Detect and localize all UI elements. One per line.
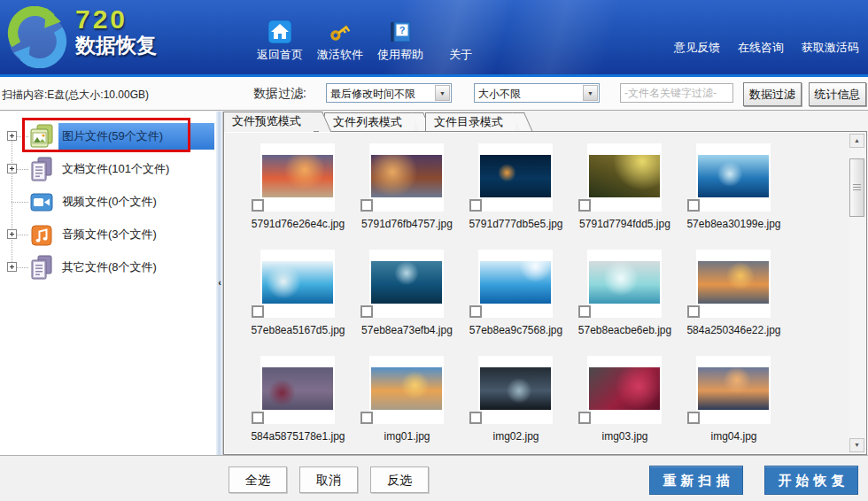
file-name: img04.jpg: [672, 430, 795, 443]
home-icon: [268, 20, 291, 43]
chevron-down-icon[interactable]: ▼: [583, 85, 598, 101]
link-feedback[interactable]: 意见反馈: [674, 40, 720, 56]
file-cell: 5791d7794fdd5.jpg: [570, 143, 679, 250]
file-checkbox[interactable]: [360, 199, 373, 212]
sidebar: 图片文件(59个文件) 文档文件(101个文件) 视频文件(0个文件) 音频文件…: [0, 112, 216, 455]
info-icon: [449, 20, 472, 43]
file-checkbox[interactable]: [578, 199, 591, 212]
file-cell: img04.jpg: [679, 356, 788, 462]
file-preview-panel: 5791d76e26e4c.jpg 5791d76fb4757.jpg 5791…: [223, 131, 867, 455]
file-thumbnail[interactable]: [260, 143, 335, 212]
thumbnail-image: [480, 367, 551, 410]
file-checkbox[interactable]: [578, 305, 591, 318]
size-filter-dropdown[interactable]: 大小不限 ▼: [474, 83, 600, 103]
file-name: 57eb8ea9c7568.jpg: [454, 324, 577, 336]
start-recovery-button[interactable]: 开始恢复: [764, 466, 858, 495]
file-name: img03.jpg: [563, 430, 686, 443]
file-thumbnail[interactable]: [696, 143, 771, 212]
file-checkbox[interactable]: [687, 412, 700, 424]
stats-info-button[interactable]: 统计信息: [809, 82, 866, 106]
scrollbar-thumb[interactable]: [849, 158, 864, 217]
data-filter-button[interactable]: 数据过滤: [743, 82, 802, 106]
file-checkbox[interactable]: [252, 305, 264, 318]
tab-preview[interactable]: 文件预览模式: [223, 112, 310, 131]
tree-expander-icon[interactable]: [7, 229, 17, 239]
link-online-support[interactable]: 在线咨询: [738, 40, 784, 56]
thumbnail-image: [371, 155, 442, 197]
thumbnail-image: [698, 261, 769, 304]
scroll-down-button[interactable]: ▼: [849, 438, 864, 452]
file-name: img02.jpg: [454, 430, 577, 443]
file-checkbox[interactable]: [469, 305, 482, 318]
brand-logo: 720 数据恢复: [75, 5, 157, 57]
file-cell: 57eb8eacbe6eb.jpg: [570, 250, 679, 356]
sidebar-item-other[interactable]: 其它文件(8个文件): [0, 250, 216, 283]
rescan-button[interactable]: 重新扫描: [649, 466, 743, 495]
cancel-selection-button[interactable]: 取消: [299, 466, 358, 493]
file-thumbnail[interactable]: [696, 250, 771, 318]
file-checkbox[interactable]: [360, 412, 373, 424]
file-thumbnail[interactable]: [369, 356, 444, 424]
brand-name: 数据恢复: [75, 34, 157, 57]
tree-item-label: 音频文件(3个文件): [58, 221, 214, 248]
file-checkbox[interactable]: [687, 305, 700, 318]
header-links: 意见反馈在线咨询获取激活码: [674, 40, 859, 56]
tab-list[interactable]: 文件列表模式: [324, 112, 411, 131]
thumbnail-grid: 5791d76e26e4c.jpg 5791d76fb4757.jpg 5791…: [244, 143, 788, 462]
filter-label: 数据过滤:: [253, 86, 306, 102]
scroll-up-button[interactable]: ▲: [849, 134, 864, 148]
invert-selection-button[interactable]: 反选: [370, 466, 429, 493]
chevron-down-icon[interactable]: ▼: [435, 85, 450, 101]
tab-directory[interactable]: 文件目录模式: [425, 112, 512, 131]
tree-expander-icon[interactable]: [7, 262, 17, 272]
time-filter-dropdown[interactable]: 最后修改时间不限 ▼: [326, 83, 452, 103]
toolbar-about-button[interactable]: 关于: [434, 20, 487, 63]
file-checkbox[interactable]: [578, 412, 591, 424]
toolbar-home-button[interactable]: 返回首页: [253, 20, 306, 63]
time-filter-value: 最后修改时间不限: [330, 88, 415, 100]
file-name: 57eb8ea5167d5.jpg: [236, 324, 360, 336]
file-thumbnail[interactable]: [696, 356, 771, 424]
file-thumbnail[interactable]: [478, 250, 553, 318]
header: 720 数据恢复 返回首页 激活软件 ? 使用帮助 关于 意见反馈在线咨询获取激…: [0, 0, 868, 77]
file-thumbnail[interactable]: [587, 356, 662, 424]
collapse-left-icon[interactable]: ‹: [216, 278, 223, 288]
file-thumbnail[interactable]: [587, 143, 662, 212]
select-all-button[interactable]: 全选: [229, 466, 287, 493]
file-thumbnail[interactable]: [369, 250, 444, 318]
file-type-tree: 图片文件(59个文件) 文档文件(101个文件) 视频文件(0个文件) 音频文件…: [0, 112, 216, 455]
file-thumbnail[interactable]: [369, 143, 444, 212]
filter-bar: 扫描内容:E盘(总大小:10.00GB) 数据过滤: 最后修改时间不限 ▼ 大小…: [0, 77, 868, 111]
file-checkbox[interactable]: [469, 412, 482, 424]
toolbar-help-button[interactable]: ? 使用帮助: [374, 20, 427, 63]
tab-label: 文件列表模式: [333, 115, 402, 128]
thumbnail-image: [698, 367, 769, 410]
file-checkbox[interactable]: [469, 199, 482, 212]
key-icon: [329, 20, 352, 43]
sidebar-item-audio[interactable]: 音频文件(3个文件): [0, 218, 216, 250]
sidebar-item-documents[interactable]: 文档文件(101个文件): [0, 152, 216, 185]
filename-keyword-input[interactable]: [620, 83, 733, 103]
file-checkbox[interactable]: [360, 305, 373, 318]
file-thumbnail[interactable]: [478, 356, 553, 424]
file-thumbnail[interactable]: [587, 250, 662, 318]
vertical-scrollbar[interactable]: ▲ ▼: [849, 134, 864, 452]
header-toolbar: 返回首页 激活软件 ? 使用帮助 关于: [253, 20, 487, 63]
document-files-icon: [29, 157, 54, 181]
link-get-activation-code[interactable]: 获取激活码: [802, 40, 859, 56]
file-thumbnail[interactable]: [260, 356, 335, 424]
file-thumbnail[interactable]: [478, 143, 553, 212]
tree-expander-icon[interactable]: [7, 164, 17, 173]
panel-splitter[interactable]: ‹: [216, 112, 223, 455]
file-thumbnail[interactable]: [260, 250, 335, 318]
tree-expander-icon[interactable]: [7, 131, 17, 141]
file-checkbox[interactable]: [687, 199, 700, 212]
toolbar-label: 激活软件: [317, 47, 363, 63]
file-name: img01.jpg: [345, 430, 469, 443]
toolbar-key-button[interactable]: 激活软件: [314, 20, 367, 63]
thumbnail-image: [371, 367, 442, 410]
file-checkbox[interactable]: [252, 412, 264, 424]
file-checkbox[interactable]: [252, 199, 264, 212]
sidebar-item-videos[interactable]: 视频文件(0个文件): [0, 185, 216, 218]
sidebar-item-images[interactable]: 图片文件(59个文件): [0, 119, 216, 152]
